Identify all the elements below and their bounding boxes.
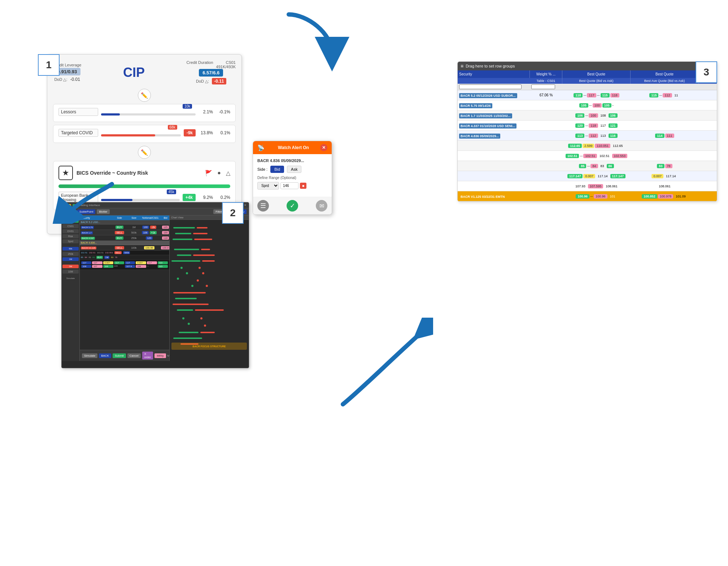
panel2-back-button[interactable]: BACK <box>99 353 111 358</box>
filter-weight[interactable] <box>531 84 555 89</box>
panel2-sidebar: AddBond CS01 DV01 Risk Sprd 50k 250k 1M … <box>62 215 80 361</box>
subheader-best-quote: Best Quote (Bid vs Ask) <box>562 78 631 84</box>
table-row: BACR 1.7 11/03/2025 11/03/202... 106 — 1… <box>458 110 717 121</box>
panel3-drag-label: Drag here to set row groups <box>466 64 515 68</box>
dod-credit-leverage-label: DoD △: <box>54 77 67 82</box>
panel2-add-button[interactable]: + Add <box>64 209 76 214</box>
dod-credit-leverage-value: -0.01 <box>70 77 80 82</box>
filter-security[interactable] <box>459 84 522 89</box>
cip-label: CIP <box>123 65 145 80</box>
panel2-dot-yellow <box>68 204 71 207</box>
sidebar-btn-3[interactable]: DV01 <box>62 229 79 233</box>
chart-highlight-bar: BACR FOCUS STRUCTURE <box>171 343 247 350</box>
european-bank-pct1: 9.2% <box>199 195 213 200</box>
th-notional: Notional/CS01 <box>141 216 157 219</box>
panel2-submit-order-button[interactable]: Submit <box>113 353 126 358</box>
watch-dialog-close-button[interactable]: ✕ <box>320 144 327 151</box>
watch-email-button[interactable]: ✉ <box>316 200 327 212</box>
european-bank-label: European Bank Upswing <box>58 192 98 203</box>
table-row: 112.65 2.599 110.051 112.65 <box>458 141 717 151</box>
table-row-orange: BACR V1.125 03/22/31 EMTN 100.96 — 100.9… <box>458 191 717 201</box>
watch-dialog-icon: 📡 <box>257 144 265 151</box>
ask-1: 117 <box>587 93 596 97</box>
watch-ask-button[interactable]: Ask <box>287 166 301 173</box>
panel2-simulate-button[interactable]: Simulate <box>82 353 97 358</box>
targeted-covid-pct1: 13.8% <box>199 130 213 135</box>
panel2-dense-row-2: 85 84 83 86 BUY 1M 83 78 <box>80 255 169 260</box>
european-bank-badge: 45k <box>167 190 176 194</box>
security-name-2: BACR 5.75 09/14/26 <box>459 103 492 108</box>
table-row: 85 — 84 83 86 83 78 <box>458 161 717 171</box>
watch-type-select[interactable]: Sprd Px <box>257 182 279 190</box>
table-row: BACR 5.2 05/12/2026 USD SUBOR... 67.06 %… <box>458 90 717 100</box>
panel2-x-order-button[interactable]: X order <box>142 352 153 360</box>
sidebar-btn-2[interactable]: CS01 <box>62 224 79 228</box>
panel2-monthly-button[interactable]: Mthly <box>154 353 166 358</box>
dod-duration-label: DoD △: <box>196 79 209 84</box>
lessors-badge: 10k <box>183 104 192 109</box>
table-row: 102.51 — 102.51 102.51 102.553 <box>458 151 717 161</box>
credit-duration-label: Credit Duration <box>187 60 213 69</box>
sidebar-btn-10[interactable]: 10M <box>62 270 79 274</box>
panel2-main-area: Security Side Size Notional/CS01 Bid Ask… <box>80 215 169 361</box>
step-badge-1: 1 <box>38 54 60 76</box>
sidebar-btn-9[interactable]: 5M <box>62 265 79 268</box>
panel2-chart-area: Chart View <box>169 215 249 361</box>
bid-1: 118 <box>574 93 583 97</box>
security-name-11: BACR V1.125 03/22/31 EMTN <box>459 194 506 199</box>
bics-icons: 🚩 ● △ <box>205 170 230 177</box>
panel2-bottom-toolbar: Simulate BACK Submit Cancel X order Mthl… <box>80 350 169 361</box>
panel2-group-header: BACR 5.2 USD... 5k <box>80 220 169 225</box>
triangle-icon: △ <box>226 170 230 177</box>
watch-security-name: BACR 4.836 05/09/2029... <box>257 158 327 163</box>
th-side: Side <box>112 216 127 219</box>
step-badge-2: 2 <box>222 202 244 224</box>
pie-chart-icon: ● <box>217 170 221 177</box>
edit-button-2[interactable]: ✏️ <box>138 146 151 159</box>
panel2-dot-green <box>73 204 75 207</box>
watch-define-range-label: Define Range (Optional) <box>257 176 327 180</box>
th-bid: Bid <box>157 216 169 219</box>
sidebar-btn-7[interactable]: 250k <box>62 252 79 256</box>
targeted-covid-badge: 68k <box>168 125 177 130</box>
star-icon: ★ <box>58 166 73 180</box>
table-row: BACR 4.337 01/10/2028 USD SENI... 120 — … <box>458 121 717 131</box>
panel2-submit-button[interactable]: SublePoint <box>77 209 96 214</box>
security-name-1: BACR 5.2 05/12/2026 USD SUBOR... <box>459 93 517 98</box>
edit-button-1[interactable]: ✏️ <box>138 89 151 102</box>
panel2-table-row: BACR 1.7 SELL 500k 106 +1k 100 108 104 G… <box>80 230 169 235</box>
panel2-blotter-button[interactable]: Blotter <box>97 209 109 214</box>
panel2-cancel-button[interactable]: Cancel <box>127 353 141 358</box>
sidebar-btn-6[interactable]: 50k <box>62 247 79 251</box>
watch-red-action-button[interactable]: ■ <box>300 183 306 189</box>
panel2-dense-rows: 102.51 102.51 102.51 102.553 SELL 500k <box>80 251 169 255</box>
lessors-pct1: 2.1% <box>199 109 213 114</box>
col-security: Security <box>458 70 530 78</box>
watch-bid-button[interactable]: Bid <box>270 166 284 173</box>
table-row: BACR 4.836 05/09/2029... 113 — 112 113 1… <box>458 131 717 141</box>
watch-side-label: Side : <box>257 167 267 171</box>
targeted-covid-pct2: 0.1% <box>216 130 230 135</box>
panel2-dot-red <box>64 204 67 207</box>
sidebar-btn-8[interactable]: 1M <box>62 257 79 261</box>
cs01-label: CS01 491K/493K <box>216 60 236 69</box>
targeted-covid-section: Targeted COVID 68k -9k 13.8% 0.1% <box>53 125 236 143</box>
watch-confirm-button[interactable]: ✓ <box>287 200 298 212</box>
lessors-label: Lessors <box>58 108 98 116</box>
subheader-best-ave: Best Ave Quote (Bid vs Ask) <box>631 78 699 84</box>
panel2-title: Trading Interface <box>78 204 100 207</box>
sidebar-btn-5[interactable]: Sprd <box>62 239 79 243</box>
watch-value-input[interactable] <box>280 182 298 189</box>
step-badge-3: 3 <box>696 61 717 83</box>
panel2-trading-interface: Trading Interface — □ ✕ + Add SublePoint… <box>61 202 249 368</box>
dod-duration-value: -0.11 <box>212 78 226 84</box>
watch-cancel-button[interactable]: ☰ <box>257 200 269 212</box>
flag-icon: 🚩 <box>205 170 212 177</box>
table-row: BACR 5.75 09/14/26 105 — 100 105 – <box>458 100 717 110</box>
col-best-quote: Best Quote <box>562 70 631 78</box>
sidebar-label-1: Simulate <box>62 277 79 279</box>
subheader-table: Table - CS01 <box>530 78 562 84</box>
watch-alert-dialog: 📡 Watch Alert On ✕ BACR 4.836 05/09/2029… <box>253 141 332 215</box>
sidebar-btn-4[interactable]: Risk <box>62 234 79 238</box>
sidebar-btn-1[interactable]: AddBond <box>62 217 79 223</box>
